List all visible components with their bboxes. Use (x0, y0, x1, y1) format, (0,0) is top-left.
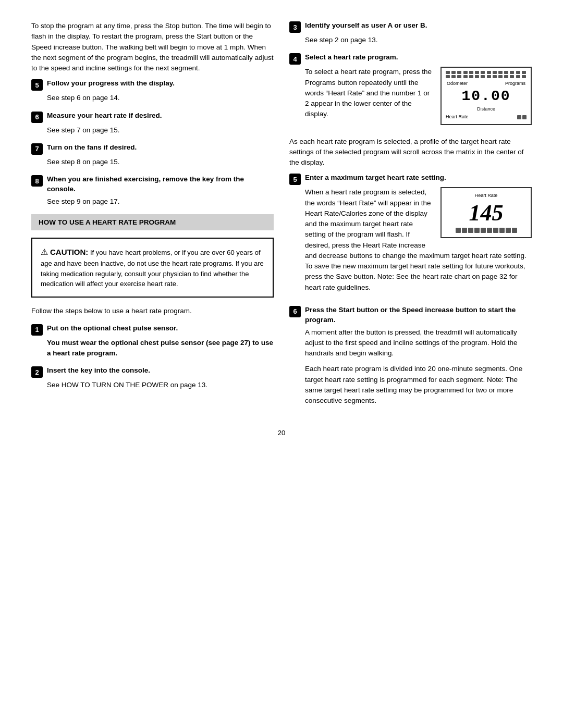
display2-bars (447, 228, 525, 233)
r-step-3-number: 3 (289, 21, 301, 33)
display2-label: Heart Rate (447, 192, 525, 200)
matrix-dot (457, 71, 461, 74)
hr-step-1-header: 1 Put on the optional chest pulse sensor… (31, 324, 274, 336)
hr-step-2-block: 2 Insert the key into the console. See H… (31, 366, 274, 390)
r-step-6-block: 6 Press the Start button or the Speed in… (289, 305, 532, 406)
matrix-dot (522, 71, 526, 74)
matrix-dot (516, 71, 520, 74)
step-5-number: 5 (31, 79, 43, 91)
heart-rate-label-small: Heart Rate (446, 114, 469, 121)
display-image-2: Heart Rate 145 (440, 187, 532, 238)
bar-seg (499, 228, 505, 233)
r-step-6-number: 6 (289, 306, 301, 317)
caution-title: CAUTION: (50, 248, 88, 256)
distance-label: Distance (446, 106, 527, 113)
follow-steps-para: Follow the steps below to use a heart ra… (31, 306, 274, 316)
r-step-5-block: 5 Enter a maximum target heart rate sett… (289, 173, 532, 298)
r-step-3-body: See step 2 on page 13. (289, 35, 532, 45)
step-7-header: 7 Turn on the fans if desired. (31, 143, 274, 155)
hr-step-1-block: 1 Put on the optional chest pulse sensor… (31, 324, 274, 359)
step-5-block: 5 Follow your progress with the display.… (31, 79, 274, 103)
bar-seg (462, 228, 467, 233)
r-step-5-header: 5 Enter a maximum target heart rate sett… (289, 173, 532, 185)
matrix-dot (446, 71, 450, 74)
r-step-4-title: Select a heart rate program. (305, 53, 398, 63)
r-step-4-block: 4 Select a heart rate program. (289, 53, 532, 129)
hr-step-1-number: 1 (31, 324, 43, 336)
r-step-3-block: 3 Identify yourself as user A or user B.… (289, 21, 532, 45)
bar-seg (512, 228, 517, 233)
display2-number: 145 (447, 202, 525, 225)
step-5-header: 5 Follow your progress with the display. (31, 79, 274, 91)
bar-seg (487, 228, 492, 233)
step-8-number: 8 (31, 175, 43, 187)
display-top-labels: Odometer Programs (446, 80, 527, 88)
step-6-block: 6 Measure your heart rate if desired. Se… (31, 111, 274, 135)
hr-step-1-title: Put on the optional chest pulse sensor. (47, 324, 178, 334)
hr-step-2-title: Insert the key into the console. (47, 366, 150, 376)
r-step-6-header: 6 Press the Start button or the Speed in… (289, 305, 532, 325)
left-column: To stop the program at any time, press t… (31, 21, 274, 413)
step-8-body: See step 9 on page 17. (31, 196, 274, 207)
bar-seg (456, 228, 461, 233)
r-step-6-title: Press the Start button or the Speed incr… (305, 305, 532, 325)
bar-seg (481, 228, 486, 233)
matrix-dot (504, 71, 508, 74)
matrix-dot (510, 71, 514, 74)
step-7-number: 7 (31, 143, 43, 155)
programs-label: Programs (505, 80, 525, 88)
step-8-header: 8 When you are finished exercising, remo… (31, 175, 274, 194)
r-step-5-title: Enter a maximum target heart rate settin… (305, 173, 446, 183)
matrix-dot (469, 71, 473, 74)
hr-step-2-header: 2 Insert the key into the console. (31, 366, 274, 378)
matrix-dot (498, 75, 503, 78)
r-step-6-text2: Each heart rate program is divided into … (305, 364, 532, 406)
matrix-dot (463, 71, 468, 74)
page-container: To stop the program at any time, press t… (31, 21, 532, 437)
step-7-body: See step 8 on page 15. (31, 157, 274, 167)
display-box-2: Heart Rate 145 (440, 187, 532, 238)
caution-triangle-icon: ⚠ (41, 248, 48, 256)
matrix-dot (463, 75, 468, 78)
how-to-box: HOW TO USE A HEART RATE PROGRAM (31, 214, 274, 230)
matrix-dot (522, 75, 526, 78)
chest-sensor-bold-text: You must wear the optional chest pulse s… (47, 338, 274, 359)
step-6-title: Measure your heart rate if desired. (47, 111, 162, 121)
matrix-dot (475, 75, 479, 78)
matrix-dot (481, 71, 485, 74)
r-step-3-title: Identify yourself as user A or user B. (305, 21, 427, 31)
matrix-dot (493, 71, 497, 74)
display-image-1: Odometer Programs 10.00 Distance Heart R… (440, 67, 532, 125)
matrix-dot (510, 75, 514, 78)
matrix-dot (493, 75, 497, 78)
matrix-dot (475, 71, 479, 74)
step-6-number: 6 (31, 112, 43, 123)
bar-seg (506, 228, 511, 233)
step-7-block: 7 Turn on the fans if desired. See step … (31, 143, 274, 167)
r-step-5-number: 5 (289, 174, 301, 185)
matrix-dot (451, 71, 456, 74)
matrix-dot (451, 75, 456, 78)
display-matrix (446, 71, 527, 78)
bar-seg (474, 228, 480, 233)
bar-seg (493, 228, 498, 233)
display-box-1: Odometer Programs 10.00 Distance Heart R… (440, 67, 532, 125)
r-step-4-header: 4 Select a heart rate program. (289, 53, 532, 65)
matrix-dot (457, 75, 461, 78)
matrix-dot (481, 75, 485, 78)
step-7-title: Turn on the fans if desired. (47, 143, 137, 153)
matrix-dot (516, 75, 520, 78)
step-5-body: See step 6 on page 14. (31, 93, 274, 103)
hr-step-1-body: You must wear the optional chest pulse s… (31, 338, 274, 359)
main-content: To stop the program at any time, press t… (31, 21, 532, 413)
matrix-dot (504, 75, 508, 78)
right-column: 3 Identify yourself as user A or user B.… (289, 21, 532, 413)
intro-paragraph: To stop the program at any time, press t… (31, 21, 274, 73)
hr-step-2-body: See HOW TO TURN ON THE POWER on page 13. (31, 380, 274, 390)
hr-seg (522, 115, 527, 119)
hr-bar (517, 115, 527, 119)
matrix-dot (498, 71, 503, 74)
r-step-4-number: 4 (289, 53, 301, 65)
bar-seg (468, 228, 473, 233)
matrix-dot (487, 75, 491, 78)
